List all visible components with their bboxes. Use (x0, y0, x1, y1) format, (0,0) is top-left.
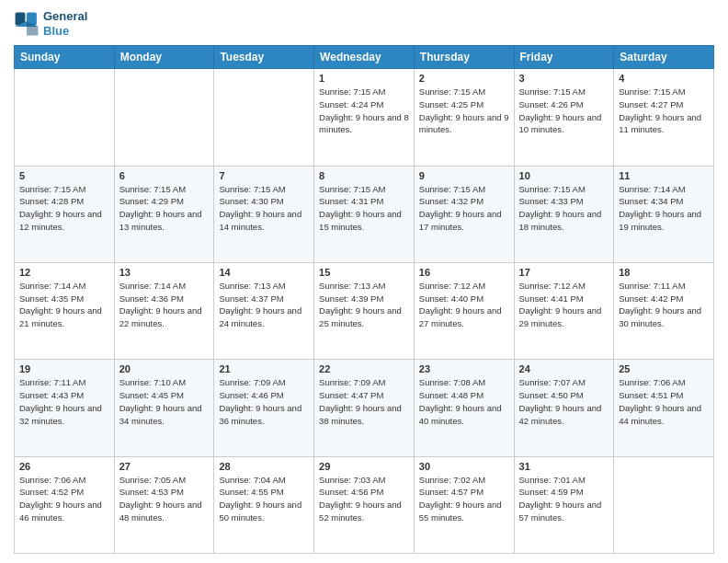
empty-cell (614, 456, 714, 553)
day-cell-28: 28Sunrise: 7:04 AM Sunset: 4:55 PM Dayli… (214, 456, 314, 553)
day-number: 21 (219, 363, 309, 374)
day-info: Sunrise: 7:05 AM Sunset: 4:53 PM Dayligh… (119, 474, 210, 524)
day-number: 6 (119, 170, 210, 181)
day-number: 28 (219, 461, 309, 472)
day-number: 1 (319, 73, 409, 84)
day-info: Sunrise: 7:15 AM Sunset: 4:28 PM Dayligh… (19, 183, 109, 234)
day-cell-26: 26Sunrise: 7:06 AM Sunset: 4:52 PM Dayli… (15, 456, 115, 553)
day-number: 29 (319, 461, 409, 472)
header: General Blue (14, 9, 714, 38)
day-cell-29: 29Sunrise: 7:03 AM Sunset: 4:56 PM Dayli… (314, 456, 415, 553)
day-number: 18 (619, 267, 709, 278)
week-row-3: 12Sunrise: 7:14 AM Sunset: 4:35 PM Dayli… (15, 262, 714, 359)
day-cell-9: 9Sunrise: 7:15 AM Sunset: 4:32 PM Daylig… (414, 166, 514, 262)
day-number: 23 (419, 363, 509, 374)
weekday-header-sunday: Sunday (15, 46, 115, 69)
day-cell-6: 6Sunrise: 7:15 AM Sunset: 4:29 PM Daylig… (114, 166, 214, 262)
calendar-table: SundayMondayTuesdayWednesdayThursdayFrid… (14, 45, 714, 554)
day-cell-15: 15Sunrise: 7:13 AM Sunset: 4:39 PM Dayli… (314, 262, 415, 359)
day-cell-5: 5Sunrise: 7:15 AM Sunset: 4:28 PM Daylig… (15, 166, 115, 262)
logo-icon (14, 11, 40, 37)
logo: General Blue (14, 9, 87, 38)
weekday-header-saturday: Saturday (614, 46, 714, 69)
day-info: Sunrise: 7:11 AM Sunset: 4:42 PM Dayligh… (619, 280, 709, 330)
day-number: 19 (19, 363, 109, 374)
day-info: Sunrise: 7:04 AM Sunset: 4:55 PM Dayligh… (219, 474, 309, 524)
day-info: Sunrise: 7:08 AM Sunset: 4:48 PM Dayligh… (419, 376, 509, 427)
day-info: Sunrise: 7:15 AM Sunset: 4:32 PM Dayligh… (419, 183, 509, 234)
day-info: Sunrise: 7:13 AM Sunset: 4:39 PM Dayligh… (319, 280, 409, 330)
day-info: Sunrise: 7:15 AM Sunset: 4:27 PM Dayligh… (619, 86, 709, 136)
day-info: Sunrise: 7:06 AM Sunset: 4:51 PM Dayligh… (619, 376, 709, 427)
week-row-4: 19Sunrise: 7:11 AM Sunset: 4:43 PM Dayli… (15, 360, 714, 456)
day-number: 22 (319, 363, 409, 374)
day-info: Sunrise: 7:02 AM Sunset: 4:57 PM Dayligh… (419, 474, 509, 524)
day-number: 31 (519, 461, 609, 472)
day-number: 17 (519, 267, 609, 278)
day-number: 15 (319, 267, 409, 278)
day-info: Sunrise: 7:12 AM Sunset: 4:41 PM Dayligh… (519, 280, 609, 330)
day-info: Sunrise: 7:15 AM Sunset: 4:25 PM Dayligh… (419, 86, 509, 136)
day-cell-16: 16Sunrise: 7:12 AM Sunset: 4:40 PM Dayli… (414, 262, 514, 359)
day-number: 10 (519, 170, 609, 181)
day-number: 16 (419, 267, 509, 278)
day-number: 24 (519, 363, 609, 374)
day-cell-21: 21Sunrise: 7:09 AM Sunset: 4:46 PM Dayli… (214, 360, 314, 456)
empty-cell (214, 69, 314, 166)
day-cell-19: 19Sunrise: 7:11 AM Sunset: 4:43 PM Dayli… (15, 360, 115, 456)
day-number: 3 (519, 73, 609, 84)
day-cell-18: 18Sunrise: 7:11 AM Sunset: 4:42 PM Dayli… (614, 262, 714, 359)
day-cell-22: 22Sunrise: 7:09 AM Sunset: 4:47 PM Dayli… (314, 360, 415, 456)
day-info: Sunrise: 7:14 AM Sunset: 4:36 PM Dayligh… (119, 280, 210, 330)
day-number: 20 (119, 363, 210, 374)
day-info: Sunrise: 7:13 AM Sunset: 4:37 PM Dayligh… (219, 280, 309, 330)
day-number: 5 (19, 170, 109, 181)
day-info: Sunrise: 7:10 AM Sunset: 4:45 PM Dayligh… (119, 376, 210, 427)
day-info: Sunrise: 7:07 AM Sunset: 4:50 PM Dayligh… (519, 376, 609, 427)
empty-cell (114, 69, 214, 166)
day-number: 11 (619, 170, 709, 181)
day-info: Sunrise: 7:14 AM Sunset: 4:35 PM Dayligh… (19, 280, 109, 330)
day-info: Sunrise: 7:01 AM Sunset: 4:59 PM Dayligh… (519, 474, 609, 524)
day-cell-30: 30Sunrise: 7:02 AM Sunset: 4:57 PM Dayli… (414, 456, 514, 553)
day-info: Sunrise: 7:12 AM Sunset: 4:40 PM Dayligh… (419, 280, 509, 330)
day-number: 2 (419, 73, 509, 84)
day-info: Sunrise: 7:14 AM Sunset: 4:34 PM Dayligh… (619, 183, 709, 234)
day-cell-3: 3Sunrise: 7:15 AM Sunset: 4:26 PM Daylig… (514, 69, 614, 166)
day-cell-11: 11Sunrise: 7:14 AM Sunset: 4:34 PM Dayli… (614, 166, 714, 262)
day-info: Sunrise: 7:11 AM Sunset: 4:43 PM Dayligh… (19, 376, 109, 427)
day-cell-10: 10Sunrise: 7:15 AM Sunset: 4:33 PM Dayli… (514, 166, 614, 262)
day-cell-24: 24Sunrise: 7:07 AM Sunset: 4:50 PM Dayli… (514, 360, 614, 456)
day-cell-27: 27Sunrise: 7:05 AM Sunset: 4:53 PM Dayli… (114, 456, 214, 553)
day-number: 26 (19, 461, 109, 472)
day-info: Sunrise: 7:06 AM Sunset: 4:52 PM Dayligh… (19, 474, 109, 524)
day-info: Sunrise: 7:09 AM Sunset: 4:47 PM Dayligh… (319, 376, 409, 427)
day-number: 14 (219, 267, 309, 278)
day-number: 4 (619, 73, 709, 84)
day-cell-14: 14Sunrise: 7:13 AM Sunset: 4:37 PM Dayli… (214, 262, 314, 359)
day-number: 7 (219, 170, 309, 181)
day-cell-4: 4Sunrise: 7:15 AM Sunset: 4:27 PM Daylig… (614, 69, 714, 166)
weekday-header-tuesday: Tuesday (214, 46, 314, 69)
weekday-header-friday: Friday (514, 46, 614, 69)
day-info: Sunrise: 7:03 AM Sunset: 4:56 PM Dayligh… (319, 474, 409, 524)
day-cell-23: 23Sunrise: 7:08 AM Sunset: 4:48 PM Dayli… (414, 360, 514, 456)
day-number: 25 (619, 363, 709, 374)
weekday-header-wednesday: Wednesday (314, 46, 415, 69)
day-cell-2: 2Sunrise: 7:15 AM Sunset: 4:25 PM Daylig… (414, 69, 514, 166)
day-info: Sunrise: 7:15 AM Sunset: 4:24 PM Dayligh… (319, 86, 409, 136)
weekday-header-monday: Monday (114, 46, 214, 69)
empty-cell (15, 69, 115, 166)
weekday-header-row: SundayMondayTuesdayWednesdayThursdayFrid… (15, 46, 714, 69)
day-cell-31: 31Sunrise: 7:01 AM Sunset: 4:59 PM Dayli… (514, 456, 614, 553)
week-row-5: 26Sunrise: 7:06 AM Sunset: 4:52 PM Dayli… (15, 456, 714, 553)
day-info: Sunrise: 7:15 AM Sunset: 4:29 PM Dayligh… (119, 183, 210, 234)
day-info: Sunrise: 7:15 AM Sunset: 4:30 PM Dayligh… (219, 183, 309, 234)
day-cell-12: 12Sunrise: 7:14 AM Sunset: 4:35 PM Dayli… (15, 262, 115, 359)
day-cell-8: 8Sunrise: 7:15 AM Sunset: 4:31 PM Daylig… (314, 166, 415, 262)
day-info: Sunrise: 7:15 AM Sunset: 4:31 PM Dayligh… (319, 183, 409, 234)
day-cell-20: 20Sunrise: 7:10 AM Sunset: 4:45 PM Dayli… (114, 360, 214, 456)
page: General Blue SundayMondayTuesdayWednesda… (0, 0, 728, 563)
day-info: Sunrise: 7:09 AM Sunset: 4:46 PM Dayligh… (219, 376, 309, 427)
day-cell-1: 1Sunrise: 7:15 AM Sunset: 4:24 PM Daylig… (314, 69, 415, 166)
